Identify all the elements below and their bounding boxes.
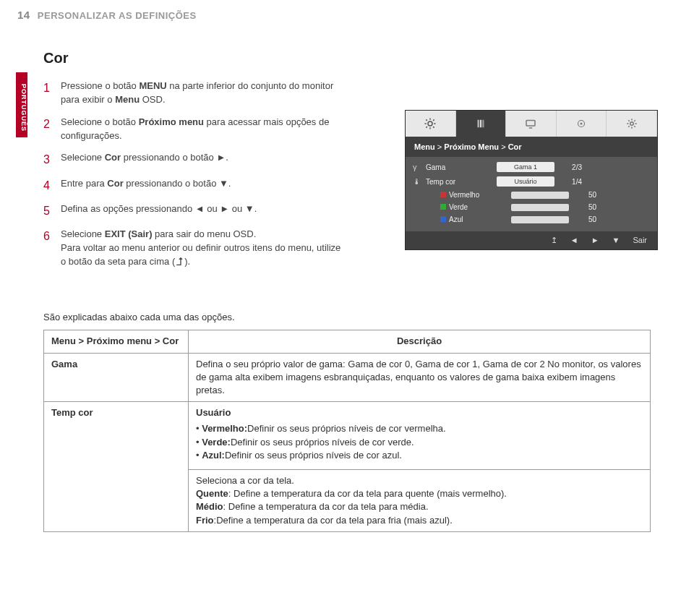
bc-sep: > bbox=[437, 142, 442, 151]
step-number: 2 bbox=[43, 116, 53, 143]
step-text: Selecione o botão Próximo menu para aces… bbox=[61, 116, 347, 143]
page-title: PERSONALIZAR AS DEFINIÇÕES bbox=[38, 10, 197, 21]
osd-body: γ Gama Gama 1 2/3 🌡 Temp cor Usuário 1/4… bbox=[406, 157, 657, 231]
osd-row-tempcor[interactable]: 🌡 Temp cor Usuário 1/4 bbox=[406, 174, 657, 189]
osd-value: Usuário bbox=[497, 176, 554, 187]
svg-line-8 bbox=[433, 119, 434, 121]
opt-name-tempcor: Temp cor bbox=[44, 402, 189, 532]
thermometer-icon: 🌡 bbox=[413, 177, 421, 186]
circle-icon bbox=[575, 117, 588, 130]
opt-desc-seleciona: Seleciona a cor da tela. Quente: Define … bbox=[189, 469, 651, 531]
bc-sep: > bbox=[501, 142, 505, 151]
osd-row-azul[interactable]: Azul 50 bbox=[406, 213, 657, 226]
step-number: 3 bbox=[43, 151, 53, 168]
steps-list: 1Pressione o botão MENU na parte inferio… bbox=[43, 80, 347, 268]
monitor-icon bbox=[524, 117, 537, 130]
step-2: 2Selecione o botão Próximo menu para ace… bbox=[43, 116, 347, 143]
bullet-red: Vermelho:Definir os seus próprios níveis… bbox=[196, 422, 643, 435]
step-text: Defina as opções pressionando ◄ ou ► ou … bbox=[61, 202, 257, 219]
line-frio: Frio:Define a temperatura da cor da tela… bbox=[196, 515, 453, 526]
bc-next: Próximo Menu bbox=[444, 142, 499, 151]
table-head-left: Menu > Próximo menu > Cor bbox=[44, 330, 189, 353]
swatch-green-icon bbox=[440, 204, 446, 210]
slider-bar[interactable] bbox=[511, 216, 569, 223]
swatch-blue-icon bbox=[440, 216, 446, 222]
osd-tab-settings[interactable] bbox=[607, 111, 657, 137]
nav-up-icon[interactable]: ↥ bbox=[551, 236, 557, 245]
step-text: Selecione EXIT (Sair) para sair do menu … bbox=[61, 228, 347, 269]
osd-page: 2/3 bbox=[560, 163, 582, 171]
osd-num: 50 bbox=[575, 203, 596, 211]
nav-exit[interactable]: Sair bbox=[633, 236, 647, 245]
table-row: Gama Defina o seu próprio valor de gama:… bbox=[44, 353, 651, 402]
step-text: Selecione Cor pressionando o botão ►. bbox=[61, 151, 228, 168]
page-number: 14 bbox=[17, 9, 30, 21]
osd-label: Temp cor bbox=[426, 178, 491, 186]
opt-desc-gama: Defina o seu próprio valor de gama: Gama… bbox=[189, 353, 651, 402]
osd-row-gama[interactable]: γ Gama Gama 1 2/3 bbox=[406, 160, 657, 174]
step-text: Entre para Cor pressionando o botão ▼. bbox=[61, 177, 231, 194]
osd-label: Azul bbox=[440, 215, 505, 223]
osd-num: 50 bbox=[575, 191, 596, 199]
osd-tab-color[interactable] bbox=[456, 111, 507, 137]
svg-line-6 bbox=[433, 127, 434, 128]
table-head-right: Descrição bbox=[189, 330, 651, 353]
bc-menu: Menu bbox=[414, 142, 435, 151]
swatch-red-icon bbox=[440, 192, 446, 197]
svg-rect-9 bbox=[477, 120, 479, 128]
page-header: 14 PERSONALIZAR AS DEFINIÇÕES bbox=[0, 0, 694, 21]
step-1: 1Pressione o botão MENU na parte inferio… bbox=[43, 80, 347, 107]
osd-tab-display[interactable] bbox=[506, 111, 557, 137]
line-medio: Médio: Define a temperatura da cor da te… bbox=[196, 501, 429, 512]
opt-name-gama: Gama bbox=[44, 353, 189, 402]
line-quente: Quente: Define a temperatura da cor da t… bbox=[196, 488, 507, 499]
osd-panel: Menu > Próximo Menu > Cor γ Gama Gama 1 … bbox=[405, 110, 658, 250]
table-row: Temp cor Usuário Vermelho:Definir os seu… bbox=[44, 402, 651, 470]
osd-label: Gama bbox=[426, 163, 491, 171]
step-6: 6Selecione EXIT (Sair) para sair do menu… bbox=[43, 228, 347, 269]
svg-rect-11 bbox=[482, 120, 484, 128]
svg-rect-10 bbox=[480, 120, 481, 128]
options-table: Menu > Próximo menu > Cor Descrição Gama… bbox=[43, 330, 651, 531]
step-number: 6 bbox=[43, 228, 53, 269]
osd-tab-audio[interactable] bbox=[557, 111, 607, 137]
osd-page: 1/4 bbox=[560, 178, 582, 186]
osd-breadcrumb: Menu > Próximo Menu > Cor bbox=[406, 137, 657, 157]
osd-label: Verde bbox=[440, 203, 505, 211]
svg-line-5 bbox=[427, 119, 428, 121]
bullet-green: Verde:Definir os seus próprios níveis de… bbox=[196, 436, 643, 449]
options-intro: São explicadas abaixo cada uma das opçõe… bbox=[43, 312, 694, 322]
svg-point-0 bbox=[428, 121, 432, 126]
svg-line-7 bbox=[427, 127, 428, 128]
svg-point-16 bbox=[630, 122, 633, 126]
step-number: 1 bbox=[43, 80, 53, 107]
svg-rect-12 bbox=[526, 121, 535, 127]
gamma-icon: γ bbox=[413, 163, 417, 171]
opt-desc-usuario: Usuário Vermelho:Definir os seus próprio… bbox=[189, 402, 651, 470]
step-number: 5 bbox=[43, 202, 53, 219]
osd-row-vermelho[interactable]: Vermelho 50 bbox=[406, 189, 657, 201]
nav-down-icon[interactable]: ▼ bbox=[612, 236, 620, 245]
osd-row-verde[interactable]: Verde 50 bbox=[406, 201, 657, 213]
gear-icon bbox=[625, 117, 638, 130]
step-4: 4Entre para Cor pressionando o botão ▼. bbox=[43, 177, 347, 194]
osd-label: Vermelho bbox=[440, 191, 505, 199]
slider-bar[interactable] bbox=[511, 192, 569, 199]
osd-nav: ↥ ◄ ► ▼ Sair bbox=[406, 231, 657, 249]
slider-bar[interactable] bbox=[511, 204, 569, 211]
step-text: Pressione o botão MENU na parte inferior… bbox=[61, 80, 347, 107]
color-bars-icon bbox=[474, 117, 487, 130]
step-5: 5Defina as opções pressionando ◄ ou ► ou… bbox=[43, 202, 347, 219]
osd-num: 50 bbox=[575, 215, 596, 223]
step-number: 4 bbox=[43, 177, 53, 194]
svg-point-15 bbox=[581, 123, 583, 125]
language-sidetab: PORTUGUÊS bbox=[16, 72, 27, 137]
bullet-blue: Azul:Definir os seus próprios níveis de … bbox=[196, 449, 643, 462]
step-3: 3Selecione Cor pressionando o botão ►. bbox=[43, 151, 347, 168]
nav-left-icon[interactable]: ◄ bbox=[570, 236, 578, 245]
osd-tab-bar bbox=[406, 111, 657, 137]
osd-tab-brightness[interactable] bbox=[406, 111, 456, 137]
user-bullets: Vermelho:Definir os seus próprios níveis… bbox=[196, 422, 643, 462]
bc-cor: Cor bbox=[508, 142, 522, 151]
nav-right-icon[interactable]: ► bbox=[591, 236, 599, 245]
